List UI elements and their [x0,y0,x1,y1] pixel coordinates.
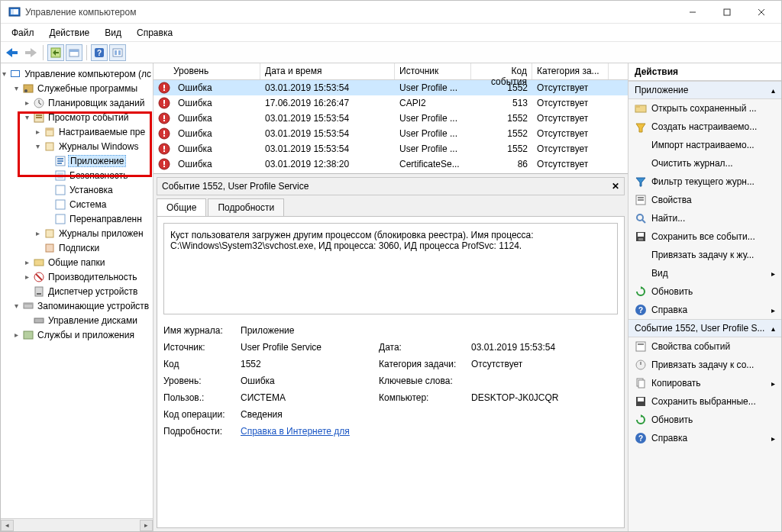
action-filter[interactable]: Фильтр текущего журн... [629,172,781,191]
expand-icon[interactable]: ▾ [33,142,42,150]
toolbar-help-button[interactable]: ? [91,44,108,61]
col-source[interactable]: Источник [395,63,471,79]
event-list[interactable]: Уровень Дата и время Источник Код событи… [153,63,628,174]
action-create-custom[interactable]: Создать настраиваемо... [629,118,781,136]
action-help-2[interactable]: ?Справка▸ [629,429,781,447]
expand-icon[interactable]: ▾ [11,84,21,92]
table-row[interactable]: Ошибка03.01.2019 15:53:54User Profile ..… [153,111,628,126]
expand-icon[interactable]: ▾ [22,113,31,121]
list-header[interactable]: Уровень Дата и время Источник Код событи… [153,63,628,80]
action-help[interactable]: ?Справка▸ [629,301,781,319]
action-save-selected[interactable]: Сохранить выбранные... [629,392,781,411]
action-import-custom[interactable]: Импорт настраиваемо... [629,136,781,154]
navigation-tree[interactable]: ▾Управление компьютером (лс ▾Служебные п… [1,63,153,531]
tree-root[interactable]: Управление компьютером (лс [23,69,153,79]
value-date: 03.01.2019 15:53:54 [471,342,590,353]
col-eventid[interactable]: Код события [471,63,532,79]
table-row[interactable]: Ошибка03.01.2019 15:53:54User Profile ..… [153,141,628,156]
action-open-saved[interactable]: Открыть сохраненный ... [629,99,781,118]
online-help-link[interactable]: Справка в Интернете для [241,426,350,437]
menu-action[interactable]: Действие [44,26,96,40]
tree-utils[interactable]: Служебные программы [36,83,139,94]
action-refresh[interactable]: Обновить [629,282,781,301]
table-row[interactable]: Ошибка03.01.2019 15:53:54User Profile ..… [153,80,628,95]
action-view[interactable]: Вид▸ [629,264,781,282]
action-refresh-2[interactable]: Обновить [629,411,781,429]
tree-setup[interactable]: Установка [68,185,115,195]
tree-custom-views[interactable]: Настраиваемые пре [57,127,147,137]
label-computer: Компьютер: [379,392,467,403]
toolbar-btn-1[interactable] [47,44,64,61]
error-icon [158,82,170,94]
action-attach-task[interactable]: Привязать задачу к жу... [629,246,781,264]
action-event-properties[interactable]: Свойства событий [629,337,781,356]
tree-storage[interactable]: Запоминающие устройств [36,301,150,311]
tab-general[interactable]: Общие [157,198,206,216]
table-row[interactable]: Ошибка03.01.2019 15:53:54User Profile ..… [153,126,628,141]
expand-icon[interactable]: ▾ [1,69,8,78]
scroll-left-button[interactable]: ◂ [1,520,14,531]
svg-rect-93 [638,398,644,401]
table-row[interactable]: Ошибка03.01.2019 12:38:20CertificateSe..… [153,156,628,172]
svg-rect-70 [163,166,165,167]
table-row[interactable]: Ошибка17.06.2019 16:26:47CAPI2513Отсутст… [153,95,628,111]
titlebar: Управление компьютером [1,1,781,24]
action-group-event[interactable]: Событие 1552, User Profile S...▴ [629,319,781,337]
tree-performance[interactable]: Производительность [47,272,138,282]
tree-services[interactable]: Службы и приложения [36,330,136,340]
minimize-button[interactable] [675,2,709,23]
tree-system[interactable]: Система [68,199,108,210]
close-button[interactable] [744,2,778,23]
svg-rect-86 [636,342,645,351]
back-button[interactable] [4,44,21,61]
action-event-attach[interactable]: Привязать задачу к со... [629,356,781,374]
col-date[interactable]: Дата и время [260,63,395,79]
expand-icon[interactable]: ▸ [33,127,42,136]
tree-windows-logs[interactable]: Журналы Windows [57,141,140,152]
expand-icon[interactable]: ▸ [22,258,31,266]
tree-shared-folders[interactable]: Общие папки [47,257,106,268]
action-find[interactable]: Найти... [629,209,781,227]
menu-view[interactable]: Вид [99,26,128,40]
expand-icon[interactable]: ▸ [22,98,31,107]
action-clear-log[interactable]: Очистить журнал... [629,154,781,172]
expand-icon[interactable]: ▸ [33,229,42,237]
tree-event-viewer[interactable]: Просмотр событий [47,112,130,123]
svg-rect-76 [638,197,644,198]
tree-forwarded[interactable]: Перенаправленн [68,214,144,224]
tree-scheduler[interactable]: Планировщик заданий [47,98,146,108]
action-properties[interactable]: Свойства [629,191,781,209]
error-icon [158,158,170,170]
toolbar-btn-4[interactable] [109,44,126,61]
expand-icon[interactable]: ▸ [11,330,21,339]
action-copy[interactable]: Копировать▸ [629,374,781,392]
tree-disk-mgmt[interactable]: Управление дисками [47,315,139,326]
scroll-right-button[interactable]: ▸ [140,520,153,531]
tree-device-manager[interactable]: Диспетчер устройств [47,286,139,297]
tree-security[interactable]: Безопасность [68,170,130,181]
tree-app-logs[interactable]: Журналы приложен [57,228,145,239]
label-eventid: Код [163,359,236,369]
maximize-button[interactable] [709,2,744,23]
detail-close-icon[interactable]: ✕ [612,181,619,192]
col-level[interactable]: Уровень [153,63,260,79]
action-group-application[interactable]: Приложение▴ [629,81,781,99]
scrollbar-track[interactable] [14,520,140,531]
action-save-all[interactable]: Сохранить все событи... [629,227,781,246]
forward-button[interactable] [22,44,39,61]
app-icon [8,6,21,18]
tree-application[interactable]: Приложение [68,155,126,167]
expand-icon[interactable]: ▸ [22,272,31,281]
menu-file[interactable]: Файл [5,26,40,40]
tree-subscriptions[interactable]: Подписки [57,243,101,253]
tab-details[interactable]: Подробности [208,198,284,216]
svg-rect-4 [724,9,730,15]
menu-help[interactable]: Справка [131,26,179,40]
label-source: Источник: [163,342,236,353]
svg-rect-38 [57,172,63,179]
expand-icon[interactable]: ▾ [11,301,21,310]
col-category[interactable]: Категория за... [532,63,609,79]
toolbar-btn-2[interactable] [66,44,82,61]
svg-rect-43 [46,244,53,252]
label-date: Дата: [379,342,467,353]
